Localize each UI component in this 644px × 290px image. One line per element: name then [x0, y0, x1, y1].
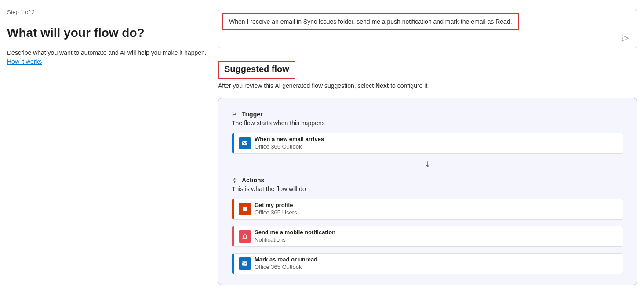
actions-sub: This is what the flow will do — [232, 185, 623, 192]
flow-arrow — [232, 160, 623, 169]
action-card[interactable]: Mark as read or unread Office 365 Outloo… — [232, 253, 623, 274]
prompt-input-container[interactable]: When I receive an email in Sync Issues f… — [218, 9, 637, 48]
trigger-card-connector: Office 365 Outlook — [255, 143, 324, 151]
actions-section-header: Actions — [232, 177, 623, 184]
send-icon — [621, 34, 629, 43]
accent-bar — [232, 254, 234, 274]
bolt-icon — [232, 177, 238, 184]
suggested-flow-subtitle: After you review this AI generated flow … — [218, 82, 637, 89]
action-card-title: Mark as read or unread — [255, 256, 317, 264]
trigger-section-header: Trigger — [232, 111, 623, 118]
arrow-down-icon — [423, 160, 432, 169]
svg-rect-1 — [243, 207, 247, 211]
flag-icon — [232, 111, 238, 118]
action-card[interactable]: Send me a mobile notification Notificati… — [232, 226, 623, 247]
accent-bar — [232, 226, 234, 246]
action-card-connector: Office 365 Outlook — [255, 264, 317, 271]
suggested-sub-pre: After you review this AI generated flow … — [218, 82, 375, 89]
send-button[interactable] — [621, 34, 629, 43]
notification-icon — [239, 230, 251, 243]
svg-rect-0 — [242, 141, 247, 145]
step-indicator: Step 1 of 2 — [7, 9, 207, 15]
svg-rect-2 — [242, 261, 247, 265]
suggested-sub-post: to configure it — [389, 82, 427, 89]
page-title: What will your flow do? — [7, 26, 207, 40]
actions-label: Actions — [242, 177, 264, 184]
outlook-icon — [239, 137, 251, 149]
description: Describe what you want to automate and A… — [7, 49, 207, 66]
action-card-title: Get my profile — [255, 202, 297, 209]
suggested-flow-heading-box: Suggested flow — [218, 61, 295, 79]
action-card[interactable]: Get my profile Office 365 Users — [232, 199, 623, 220]
trigger-sub: The flow starts when this happens — [232, 120, 623, 127]
flow-panel: Trigger The flow starts when this happen… — [218, 98, 637, 285]
outlook-icon — [239, 257, 251, 270]
accent-bar — [232, 133, 234, 153]
prompt-text[interactable]: When I receive an email in Sync Issues f… — [222, 13, 519, 30]
trigger-label: Trigger — [242, 111, 262, 118]
trigger-card[interactable]: When a new email arrives Office 365 Outl… — [232, 133, 623, 154]
suggested-flow-heading: Suggested flow — [224, 64, 289, 74]
action-card-connector: Office 365 Users — [255, 209, 297, 217]
description-text: Describe what you want to automate and A… — [7, 49, 207, 56]
how-it-works-link[interactable]: How it works — [7, 58, 42, 65]
action-card-connector: Notifications — [255, 236, 335, 244]
suggested-sub-bold: Next — [375, 82, 389, 89]
trigger-card-title: When a new email arrives — [255, 136, 324, 143]
accent-bar — [232, 199, 234, 219]
action-card-title: Send me a mobile notification — [255, 229, 335, 236]
office-users-icon — [239, 203, 251, 215]
